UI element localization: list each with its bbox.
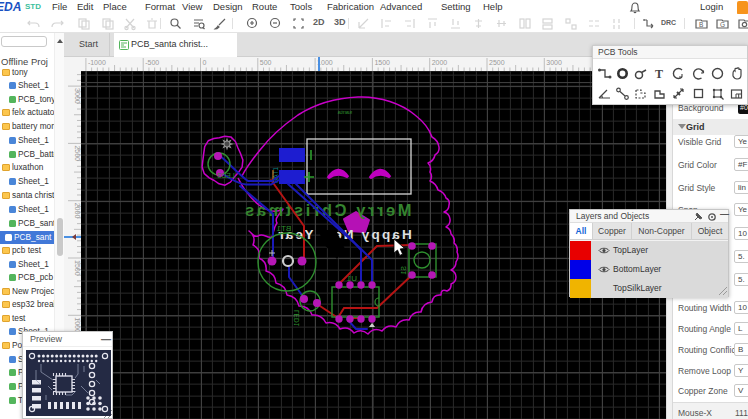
- svg-text:T: T: [655, 67, 663, 81]
- svg-text:B: B: [699, 21, 703, 28]
- svg-text:G: G: [720, 21, 725, 28]
